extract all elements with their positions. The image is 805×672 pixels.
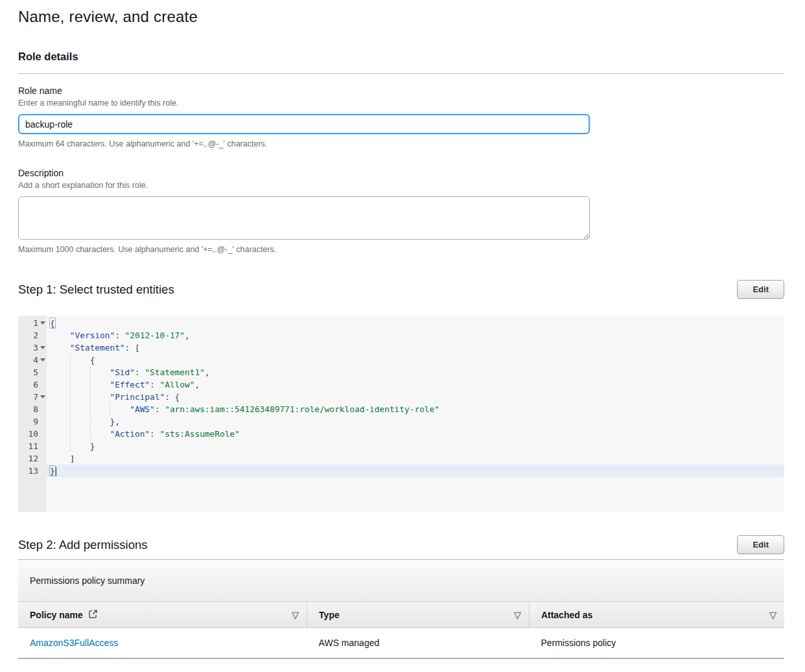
code-text[interactable]: "AWS": "arn:aws:iam::541263489771:role/w… (47, 403, 784, 415)
code-text[interactable]: { (47, 317, 784, 329)
external-link-icon (88, 609, 98, 621)
cell-type: AWS managed (307, 628, 530, 658)
cell-attached-as: Permissions policy (529, 628, 784, 658)
code-text[interactable]: }, (47, 415, 784, 428)
code-line[interactable]: 7"Principal": { (18, 391, 784, 403)
line-number: 6 (18, 378, 47, 391)
code-line[interactable]: 3"Statement": [ (18, 342, 784, 354)
fold-arrow-icon[interactable] (40, 358, 45, 362)
description-textarea[interactable] (18, 196, 590, 240)
table-header-row: Policy name▽Type▽Attached as▽ (18, 602, 784, 628)
step2-header: Step 2: Add permissions Edit (18, 535, 784, 554)
code-line[interactable]: 11} (18, 440, 784, 452)
column-label: Attached as (541, 610, 592, 620)
code-text[interactable]: "Sid": "Statement1", (47, 366, 784, 378)
column-label: Type (319, 610, 340, 620)
description-help: Add a short explanation for this role. (18, 181, 784, 190)
fold-arrow-icon[interactable] (40, 321, 45, 325)
step1-heading: Step 1: Select trusted entities (18, 283, 174, 297)
code-line[interactable]: 12] (18, 452, 784, 465)
code-text[interactable]: "Action": "sts:AssumeRole" (47, 428, 784, 440)
line-number: 3 (18, 342, 47, 354)
code-text[interactable]: { (47, 354, 784, 366)
code-line[interactable]: 9}, (18, 415, 784, 428)
line-number: 5 (18, 366, 47, 378)
description-constraint: Maximum 1000 characters. Use alphanumeri… (18, 245, 784, 254)
role-details-heading: Role details (18, 51, 784, 63)
line-number: 11 (18, 440, 47, 452)
column-header-type[interactable]: Type▽ (307, 602, 530, 628)
step2-heading: Step 2: Add permissions (18, 538, 148, 552)
description-label: Description (18, 168, 784, 178)
line-number: 4 (18, 354, 47, 366)
role-name-label: Role name (18, 86, 784, 96)
line-number: 8 (18, 403, 47, 415)
filter-triangle-icon[interactable]: ▽ (769, 610, 776, 620)
line-number: 2 (18, 329, 47, 342)
page: Name, review, and create Role details Ro… (0, 0, 805, 672)
panel-title: Permissions policy summary (18, 560, 784, 601)
fold-arrow-icon[interactable] (40, 346, 45, 349)
step1-header: Step 1: Select trusted entities Edit (18, 280, 784, 299)
table-row: AmazonS3FullAccessAWS managedPermissions… (18, 628, 784, 658)
policy-table: Policy name▽Type▽Attached as▽ AmazonS3Fu… (18, 601, 784, 659)
code-lines: 1{2"Version": "2012-10-17",3"Statement":… (18, 317, 784, 477)
code-line[interactable]: 5"Sid": "Statement1", (18, 366, 784, 378)
code-text[interactable]: "Principal": { (47, 391, 784, 403)
code-text[interactable]: ] (47, 452, 784, 465)
column-header-attached-as[interactable]: Attached as▽ (529, 602, 784, 628)
step2-edit-button[interactable]: Edit (737, 535, 784, 554)
filter-triangle-icon[interactable]: ▽ (292, 610, 299, 620)
code-line[interactable]: 8"AWS": "arn:aws:iam::541263489771:role/… (18, 403, 784, 415)
divider (18, 73, 784, 74)
code-line[interactable]: 10"Action": "sts:AssumeRole" (18, 428, 784, 440)
code-line[interactable]: 6"Effect": "Allow", (18, 378, 784, 391)
line-number: 12 (18, 452, 47, 465)
step1-edit-button[interactable]: Edit (737, 280, 784, 299)
code-text[interactable]: "Effect": "Allow", (47, 378, 784, 391)
policy-link[interactable]: AmazonS3FullAccess (30, 638, 118, 648)
role-name-help: Enter a meaningful name to identify this… (18, 98, 784, 108)
code-line[interactable]: 1{ (18, 317, 784, 329)
line-number: 10 (18, 428, 47, 440)
filter-triangle-icon[interactable]: ▽ (514, 610, 521, 620)
column-label: Policy name (30, 610, 83, 620)
column-header-policy-name[interactable]: Policy name▽ (18, 602, 307, 628)
fold-arrow-icon[interactable] (40, 395, 45, 399)
table-body: AmazonS3FullAccessAWS managedPermissions… (18, 628, 784, 658)
role-name-constraint: Maximum 64 characters. Use alphanumeric … (18, 139, 784, 148)
line-number: 7 (18, 391, 47, 403)
code-text[interactable]: } (47, 465, 784, 477)
code-text[interactable]: "Statement": [ (47, 342, 784, 354)
line-number: 9 (18, 415, 47, 428)
permissions-panel: Permissions policy summary Policy name▽T… (18, 560, 784, 659)
role-name-input[interactable] (18, 114, 590, 134)
code-line[interactable]: 4{ (18, 354, 784, 366)
page-title: Name, review, and create (18, 6, 784, 27)
code-text[interactable]: "Version": "2012-10-17", (47, 329, 784, 342)
code-line[interactable]: 2"Version": "2012-10-17", (18, 329, 784, 342)
code-line[interactable]: 13} (18, 465, 784, 477)
trust-policy-editor[interactable]: 1{2"Version": "2012-10-17",3"Statement":… (18, 316, 784, 512)
text-caret (56, 467, 56, 476)
code-text[interactable]: } (47, 440, 784, 452)
line-number: 13 (18, 465, 47, 477)
line-number: 1 (18, 317, 47, 329)
